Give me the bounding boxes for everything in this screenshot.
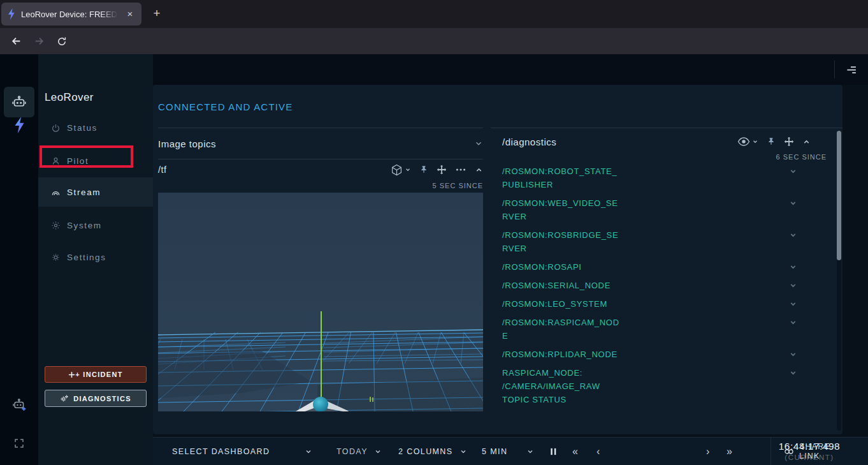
diagnostic-topic-name: /ROSMON:ROSAPI xyxy=(502,260,633,274)
forward-button[interactable] xyxy=(29,32,48,51)
diagnostic-topic-name: /ROSMON:RASPICAM_NOD E xyxy=(502,316,633,343)
sidebar-item-label: Status xyxy=(67,123,98,133)
visibility-button[interactable] xyxy=(737,135,758,148)
sidebar-item-label: Pilot xyxy=(67,156,89,166)
back-arrow-icon xyxy=(11,36,22,47)
columns-label: 2 COLUMNS xyxy=(398,447,453,456)
diagnostic-topic-row[interactable]: /ROSMON:LEO_SYSTEM xyxy=(502,297,834,311)
sidebar-item-settings[interactable]: Settings xyxy=(38,243,153,271)
chevron-down-icon[interactable] xyxy=(474,139,483,148)
pin-icon[interactable] xyxy=(767,137,776,146)
diagnostic-topic-row[interactable]: RASPICAM_NODE: /CAMERA/IMAGE_RAW TOPIC S… xyxy=(502,366,834,406)
date-range-dropdown[interactable]: TODAY xyxy=(336,438,382,465)
robot-icon xyxy=(11,94,27,110)
diagnostic-topic-row[interactable]: /ROSMON:ROSAPI xyxy=(502,260,834,274)
image-topics-dropdown[interactable]: Image topics xyxy=(158,128,483,159)
select-dashboard-dropdown[interactable]: SELECT DASHBOARD xyxy=(172,438,312,465)
new-tab-button[interactable]: + xyxy=(148,5,166,23)
sidebar-item-label: Settings xyxy=(67,253,106,262)
sidebar-item-system[interactable]: System xyxy=(38,211,153,239)
diagnostic-topic-row[interactable]: /ROSMON:RASPICAM_NOD E xyxy=(502,316,834,343)
diagnostics-panel-header: /diagnostics xyxy=(502,131,827,152)
move-icon[interactable] xyxy=(437,165,447,175)
reload-button[interactable] xyxy=(52,32,71,51)
pin-icon[interactable] xyxy=(419,165,428,174)
diagnostics-button-label: DIAGNOSTICS xyxy=(73,395,131,402)
diagnostic-topic-name: /ROSMON:ROBOT_STATE_ PUBLISHER xyxy=(502,165,633,191)
scrollbar-thumb[interactable] xyxy=(837,131,841,260)
chevron-down-icon xyxy=(752,138,758,145)
share-label-line2: LINK xyxy=(799,452,830,461)
add-device-button[interactable] xyxy=(12,397,27,412)
diagnostic-topic-row[interactable]: /ROSMON:RPLIDAR_NODE xyxy=(502,348,834,361)
screen: LeoRover Device: FREED × + xyxy=(0,0,868,465)
diagnostic-topic-name: /ROSMON:ROSBRIDGE_SE RVER xyxy=(502,228,633,255)
scrollbar[interactable] xyxy=(837,131,841,431)
more-options-icon[interactable] xyxy=(455,164,467,175)
tf-3d-viewport[interactable] xyxy=(158,193,483,411)
diagnostics-button[interactable]: DIAGNOSTICS xyxy=(45,390,147,407)
favicon-lightning-icon xyxy=(6,8,16,20)
fullscreen-expand-icon[interactable] xyxy=(14,438,24,448)
step-back-button[interactable]: ‹ xyxy=(597,438,600,465)
connection-status: CONNECTED AND ACTIVE xyxy=(158,101,293,112)
columns-dropdown[interactable]: 2 COLUMNS xyxy=(398,438,467,465)
device-selector-button[interactable] xyxy=(4,87,34,117)
chevron-down-icon[interactable] xyxy=(789,167,797,175)
back-button[interactable] xyxy=(6,32,25,51)
sidebar-item-pilot[interactable]: Pilot xyxy=(38,147,153,175)
step-forward-button[interactable]: › xyxy=(706,438,709,465)
topbar-divider xyxy=(834,61,835,78)
diagnostic-topic-row[interactable]: /ROSMON:ROBOT_STATE_ PUBLISHER xyxy=(502,165,834,191)
sidebar-item-stream[interactable]: Stream xyxy=(38,177,153,207)
diagnostic-topic-row[interactable]: /ROSMON:SERIAL_NODE xyxy=(502,279,834,292)
chevron-down-icon[interactable] xyxy=(789,318,797,327)
incident-label: + INCIDENT xyxy=(75,371,122,378)
diagnostic-topic-row[interactable]: /ROSMON:WEB_VIDEO_SE RVER xyxy=(502,196,834,223)
reload-icon xyxy=(57,36,67,47)
chevron-down-icon[interactable] xyxy=(789,231,797,239)
chevron-down-icon xyxy=(405,166,411,173)
diagnostic-topic-row[interactable]: /ROSMON:ROSBRIDGE_SE RVER xyxy=(502,228,834,255)
sidebar-item-label: System xyxy=(67,221,102,230)
create-incident-button[interactable]: + INCIDENT xyxy=(45,366,147,383)
sidebar-item-label: Stream xyxy=(67,188,101,197)
collapse-chevron-up-icon[interactable] xyxy=(802,138,811,146)
tf-grid-visualization xyxy=(158,193,483,411)
skip-forward-button[interactable]: » xyxy=(727,438,732,465)
settings-gear-icon xyxy=(51,253,61,262)
link-icon xyxy=(784,448,794,455)
cube-3d-icon xyxy=(391,164,403,176)
time-window-dropdown[interactable]: 5 MIN xyxy=(482,438,534,465)
collapse-chevron-up-icon[interactable] xyxy=(475,166,483,174)
share-link-button[interactable]: SHARE LINK xyxy=(784,438,830,465)
bottom-bar-divider xyxy=(770,438,771,465)
skip-back-button[interactable]: « xyxy=(572,438,578,465)
diagnostics-topic-list: /ROSMON:ROBOT_STATE_ PUBLISHER /ROSMON:W… xyxy=(502,165,834,411)
diagnostic-topic-name: /ROSMON:LEO_SYSTEM xyxy=(502,297,633,311)
dashboard-card: CONNECTED AND ACTIVE Image topics /tf xyxy=(153,85,843,434)
move-icon[interactable] xyxy=(784,137,794,147)
power-icon xyxy=(51,123,61,133)
filter-sort-icon[interactable] xyxy=(845,64,857,75)
browser-tab[interactable]: LeoRover Device: FREED × xyxy=(1,3,141,26)
chevron-down-icon[interactable] xyxy=(789,263,797,271)
app-top-bar xyxy=(153,54,868,85)
diagnostics-panel-title: /diagnostics xyxy=(502,137,556,147)
tab-close-icon[interactable]: × xyxy=(124,8,136,20)
chevron-down-icon[interactable] xyxy=(789,281,797,290)
chevron-down-icon[interactable] xyxy=(789,300,797,308)
chevron-down-icon[interactable] xyxy=(789,369,797,377)
pause-button[interactable] xyxy=(549,438,558,465)
diagnostic-topic-name: RASPICAM_NODE: /CAMERA/IMAGE_RAW TOPIC S… xyxy=(502,366,633,406)
image-topics-label: Image topics xyxy=(158,138,216,149)
freedom-robotics-logo[interactable] xyxy=(13,117,25,133)
gear-icon xyxy=(51,221,61,230)
diagnostics-panel: /diagnostics 6 SEC xyxy=(491,85,843,434)
chevron-down-icon[interactable] xyxy=(789,350,797,358)
sidebar-item-status[interactable]: Status xyxy=(38,114,153,142)
date-range-label: TODAY xyxy=(336,447,368,456)
view-mode-3d-button[interactable] xyxy=(391,164,411,176)
tf-since-label: 5 SEC SINCE xyxy=(158,182,483,189)
chevron-down-icon[interactable] xyxy=(789,199,797,207)
